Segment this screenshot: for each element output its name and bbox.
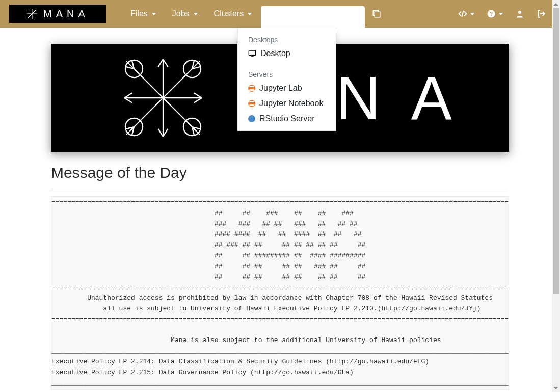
- brand-logo[interactable]: MANA: [9, 5, 106, 23]
- dropdown-item-label: Jupyter Notebook: [259, 99, 323, 108]
- dropdown-item-desktop[interactable]: Desktop: [238, 46, 336, 61]
- sessions-icon: [372, 9, 381, 18]
- mana-flower-icon: [115, 49, 211, 146]
- rstudio-icon: [248, 115, 255, 122]
- dropdown-item-label: RStudio Server: [259, 114, 315, 123]
- dropdown-item-label: Desktop: [260, 49, 290, 58]
- nav-clusters[interactable]: Clusters: [207, 5, 259, 22]
- svg-rect-5: [375, 12, 380, 17]
- logout-icon: [537, 9, 546, 18]
- mana-snowflake-icon: [26, 8, 38, 20]
- dropdown-header-desktops: Desktops: [238, 32, 336, 46]
- caret-icon: [194, 13, 198, 15]
- dropdown-item-rstudio[interactable]: RStudio Server: [238, 111, 336, 126]
- caret-icon: [499, 13, 503, 15]
- motd-section: Message of the Day =====================…: [51, 164, 509, 390]
- dropdown-item-label: Jupyter Lab: [259, 84, 302, 93]
- nav-user[interactable]: [510, 5, 529, 22]
- scrollbar-down-arrow[interactable]: [552, 384, 560, 392]
- nav-interactive-apps[interactable]: Interactive Apps: [261, 6, 365, 28]
- code-icon: [458, 9, 467, 18]
- motd-divider: [51, 189, 509, 189]
- interactive-apps-dropdown: Desktops Desktop Servers Jupyter Lab Jup…: [237, 28, 336, 131]
- nav-my-sessions[interactable]: [367, 5, 386, 22]
- brand-text: MANA: [43, 8, 89, 20]
- nav-logout[interactable]: [531, 5, 551, 22]
- motd-title: Message of the Day: [51, 164, 509, 181]
- top-navbar: MANA Files Jobs Clusters Interactive App…: [0, 0, 560, 28]
- caret-icon: [470, 13, 474, 15]
- banner-logo: [112, 47, 214, 149]
- jupyter-icon: [248, 100, 255, 107]
- desktop-icon: [248, 49, 256, 58]
- nav-develop[interactable]: [453, 5, 479, 22]
- svg-point-9: [518, 11, 521, 14]
- nav-clusters-label: Clusters: [214, 9, 244, 18]
- scrollbar-up-arrow[interactable]: [552, 0, 560, 8]
- caret-icon: [152, 13, 156, 15]
- scrollbar-track[interactable]: [552, 0, 560, 392]
- motd-body: ========================================…: [51, 196, 509, 390]
- dropdown-item-jupyternb[interactable]: Jupyter Notebook: [238, 96, 336, 111]
- nav-jobs[interactable]: Jobs: [165, 5, 205, 22]
- svg-rect-11: [249, 50, 255, 55]
- caret-icon: [248, 13, 252, 15]
- scrollbar-thumb[interactable]: [553, 8, 559, 294]
- jupyter-icon: [248, 85, 255, 92]
- nav-files[interactable]: Files: [123, 5, 163, 22]
- dropdown-header-servers: Servers: [238, 66, 336, 81]
- svg-line-6: [462, 11, 464, 17]
- user-icon: [515, 9, 524, 18]
- nav-files-label: Files: [130, 9, 148, 18]
- help-icon: ?: [487, 9, 496, 18]
- svg-text:?: ?: [490, 11, 493, 17]
- nav-help[interactable]: ?: [482, 5, 508, 22]
- dropdown-item-jupyterlab[interactable]: Jupyter Lab: [238, 81, 336, 96]
- nav-jobs-label: Jobs: [172, 9, 190, 18]
